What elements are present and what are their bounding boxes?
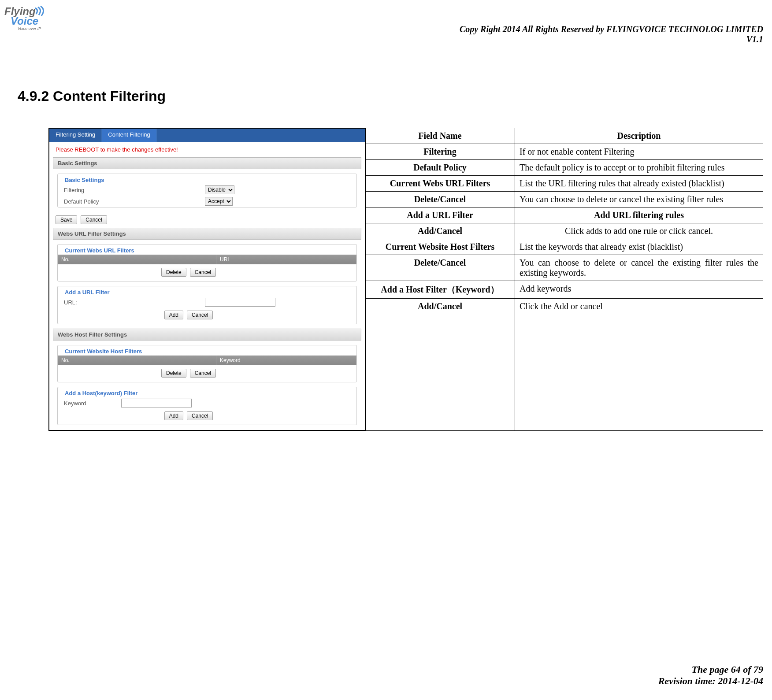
default-policy-row: Default Policy Accept [58, 196, 356, 207]
field-current-host: Current Website Host Filters [365, 239, 515, 255]
copyright-text: Copy Right 2014 All Rights Reserved by F… [460, 24, 763, 34]
header-right: Copy Right 2014 All Rights Reserved by F… [460, 24, 763, 44]
cancel-button-4[interactable]: Cancel [190, 369, 216, 378]
field-delete-cancel: Delete/Cancel [365, 192, 515, 207]
host-add-cancel-row: Add Cancel [58, 409, 321, 425]
filtering-select[interactable]: Disable [205, 185, 234, 194]
field-default-policy: Default Policy [365, 160, 515, 176]
cancel-button-2[interactable]: Cancel [190, 268, 216, 277]
svg-text:Voice: Voice [11, 15, 38, 27]
delete-button-2[interactable]: Delete [161, 369, 186, 378]
logo-svg: Flying Voice Voice over IP [4, 4, 53, 31]
tab-content-filtering[interactable]: Content Filtering [102, 129, 156, 142]
table-row: Add/Cancel Click adds to add one rule or… [365, 223, 763, 239]
url-add-cancel-row: Add Cancel [58, 308, 321, 324]
delete-button[interactable]: Delete [161, 268, 186, 277]
save-button[interactable]: Save [56, 215, 77, 224]
table-row: Add/Cancel Click the Add or cancel [365, 299, 763, 431]
page-number: The page 64 of 79 [658, 664, 763, 675]
add-host-fieldset: Add a Host(keyword) Filter Keyword Add C… [57, 387, 357, 425]
url-label: URL: [64, 299, 205, 306]
description-table: Field Name Description Filtering If or n… [365, 128, 763, 431]
table-header-row: Field Name Description [365, 128, 763, 144]
keyword-input-row: Keyword [58, 397, 356, 409]
section-url-filter: Webs URL Filter Settings [53, 228, 361, 240]
field-delete-cancel-2: Delete/Cancel [365, 255, 515, 281]
keyword-input[interactable] [121, 399, 192, 407]
url-input-row: URL: [58, 296, 356, 308]
filtering-label: Filtering [64, 187, 205, 193]
tabs-bar: Filtering Setting Content Filtering [49, 129, 365, 142]
table-row: Default Policy The default policy is to … [365, 160, 763, 176]
content-area: Filtering Setting Content Filtering Plea… [48, 128, 763, 431]
desc-filtering: If or not enable content Filtering [515, 144, 763, 160]
add-url-legend: Add a URL Filter [60, 286, 356, 296]
url-input[interactable] [205, 298, 275, 307]
current-url-legend: Current Webs URL Filters [60, 244, 356, 255]
current-url-fieldset: Current Webs URL Filters No. URL Delete … [57, 244, 357, 281]
col-url: URL [216, 255, 356, 264]
table-row: Filtering If or not enable content Filte… [365, 144, 763, 160]
section-host-filter: Webs Host Filter Settings [53, 329, 361, 341]
cancel-button-3[interactable]: Cancel [187, 311, 213, 319]
section-basic-settings: Basic Settings [53, 157, 361, 169]
basic-settings-fieldset: Basic Settings Filtering Disable Default… [57, 174, 357, 207]
add-button[interactable]: Add [164, 311, 183, 319]
version-text: V1.1 [460, 34, 763, 44]
cancel-button[interactable]: Cancel [81, 215, 107, 224]
field-current-url: Current Webs URL Filters [365, 176, 515, 192]
field-add-cancel-2: Add/Cancel [365, 299, 515, 431]
table-row: Current Webs URL Filters List the URL fi… [365, 176, 763, 192]
url-delete-cancel-row: Delete Cancel [58, 265, 321, 281]
url-table-header: No. URL [58, 255, 356, 264]
cancel-button-5[interactable]: Cancel [187, 411, 213, 420]
desc-current-host: List the keywords that already exist (bl… [515, 239, 763, 255]
desc-add-cancel-2: Click the Add or cancel [515, 299, 763, 431]
keyword-label: Keyword [64, 400, 121, 407]
current-host-legend: Current Website Host Filters [60, 345, 356, 356]
add-button-2[interactable]: Add [164, 411, 183, 420]
field-add-host: Add a Host Filter（Keyword） [365, 281, 515, 299]
basic-legend: Basic Settings [60, 174, 356, 184]
logo: Flying Voice Voice over IP [4, 4, 53, 33]
field-add-url: Add a URL Filter [365, 207, 515, 223]
default-policy-label: Default Policy [64, 198, 205, 205]
col-keyword: Keyword [216, 356, 356, 365]
tab-filtering-setting[interactable]: Filtering Setting [49, 129, 102, 142]
desc-default-policy: The default policy is to accept or to pr… [515, 160, 763, 176]
header-description: Description [515, 128, 763, 144]
reboot-message: Please REBOOT to make the changes effect… [49, 142, 365, 157]
desc-current-url: List the URL filtering rules that alread… [515, 176, 763, 192]
desc-add-cancel: Click adds to add one rule or click canc… [515, 223, 763, 239]
desc-add-url: Add URL filtering rules [515, 207, 763, 223]
footer: The page 64 of 79 Revision time: 2014-12… [658, 664, 763, 687]
default-policy-select[interactable]: Accept [205, 197, 233, 206]
table-row: Add a URL Filter Add URL filtering rules [365, 207, 763, 223]
add-url-fieldset: Add a URL Filter URL: Add Cancel [57, 286, 357, 324]
desc-delete-cancel-2: You can choose to delete or cancel the e… [515, 255, 763, 281]
current-host-fieldset: Current Website Host Filters No. Keyword… [57, 345, 357, 382]
col-no: No. [58, 255, 216, 264]
table-row: Delete/Cancel You can choose to delete o… [365, 192, 763, 207]
host-delete-cancel-row: Delete Cancel [58, 366, 321, 382]
section-title: 4.9.2 Content Filtering [18, 88, 166, 104]
table-row: Delete/Cancel You can choose to delete o… [365, 255, 763, 281]
col-no-2: No. [58, 356, 216, 365]
desc-add-host: Add keywords [515, 281, 763, 299]
add-host-legend: Add a Host(keyword) Filter [60, 387, 356, 397]
table-row: Current Website Host Filters List the ke… [365, 239, 763, 255]
host-table-header: No. Keyword [58, 356, 356, 365]
header-field-name: Field Name [365, 128, 515, 144]
desc-delete-cancel: You can choose to delete or cancel the e… [515, 192, 763, 207]
field-filtering: Filtering [365, 144, 515, 160]
save-cancel-row: Save Cancel [49, 212, 365, 228]
svg-text:Voice over IP: Voice over IP [18, 26, 41, 31]
table-row: Add a Host Filter（Keyword） Add keywords [365, 281, 763, 299]
field-add-cancel: Add/Cancel [365, 223, 515, 239]
screenshot-panel: Filtering Setting Content Filtering Plea… [48, 128, 366, 431]
filtering-row: Filtering Disable [58, 184, 356, 196]
revision-time: Revision time: 2014-12-04 [658, 675, 763, 687]
